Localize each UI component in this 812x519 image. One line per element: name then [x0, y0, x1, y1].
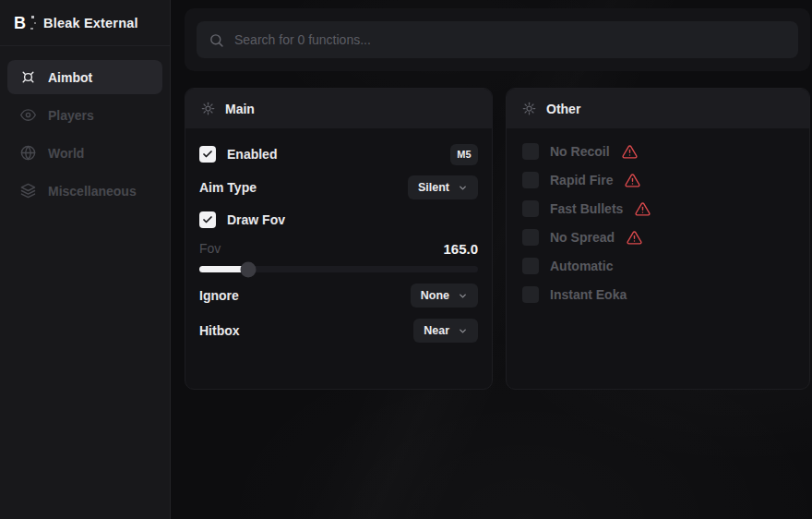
layers-icon — [20, 183, 36, 199]
hitbox-label: Hitbox — [199, 323, 240, 338]
content: Main Enabled M5 Aim Type Silent — [172, 0, 812, 519]
app-logo-icon: B — [14, 14, 31, 32]
draw-fov-checkbox-group[interactable]: Draw Fov — [199, 211, 285, 228]
no-recoil-row: No Recoil — [522, 143, 794, 160]
sidebar-item-players[interactable]: Players — [7, 98, 162, 132]
fov-slider-thumb[interactable] — [240, 261, 256, 277]
warning-icon — [635, 201, 651, 217]
hitbox-row: Hitbox Near — [199, 319, 478, 343]
fast-bullets-row: Fast Bullets — [522, 200, 794, 217]
gear-icon — [201, 102, 215, 115]
eye-icon — [20, 107, 36, 123]
warning-icon — [625, 173, 640, 188]
check-icon — [202, 214, 213, 225]
hitbox-value: Near — [424, 324, 449, 337]
search-panel — [185, 8, 810, 71]
other-panel-header: Other — [507, 89, 809, 128]
sidebar-nav: Aimbot Players World Miscellaneous — [0, 46, 170, 222]
fast-bullets-label: Fast Bullets — [550, 201, 623, 216]
enabled-checkbox[interactable] — [199, 146, 216, 163]
other-panel-title: Other — [546, 102, 580, 116]
sidebar-item-world[interactable]: World — [7, 136, 162, 170]
no-spread-checkbox[interactable] — [522, 229, 539, 246]
aim-type-row: Aim Type Silent — [199, 175, 478, 199]
rapid-fire-label: Rapid Fire — [550, 173, 613, 187]
check-icon — [202, 149, 213, 160]
ignore-value: None — [421, 289, 449, 302]
main-panel-body: Enabled M5 Aim Type Silent — [185, 128, 492, 343]
hitbox-dropdown[interactable]: Near — [413, 319, 478, 343]
search-icon — [209, 32, 224, 48]
automatic-label: Automatic — [550, 259, 613, 273]
fov-slider[interactable] — [199, 266, 478, 272]
globe-icon — [20, 145, 36, 161]
fov-label: Fov — [199, 241, 221, 256]
search-box[interactable] — [197, 21, 798, 58]
aim-type-label: Aim Type — [199, 180, 257, 195]
fast-bullets-checkbox[interactable] — [522, 200, 539, 217]
ignore-label: Ignore — [199, 288, 239, 303]
ignore-dropdown[interactable]: None — [411, 284, 478, 308]
sidebar: B Bleak External Aimbot Players World — [0, 0, 171, 519]
search-input[interactable] — [234, 32, 786, 47]
crosshair-icon — [20, 69, 36, 85]
sidebar-item-miscellaneous[interactable]: Miscellaneous — [7, 174, 162, 208]
chevron-down-icon — [458, 291, 468, 301]
chevron-down-icon — [458, 183, 468, 193]
gear-icon — [522, 102, 536, 115]
fov-row: Fov 165.0 — [199, 240, 478, 257]
sidebar-item-aimbot[interactable]: Aimbot — [7, 60, 162, 94]
draw-fov-label: Draw Fov — [227, 212, 285, 227]
main-panel: Main Enabled M5 Aim Type Silent — [185, 88, 493, 390]
sidebar-item-label: Players — [48, 108, 94, 123]
sidebar-item-label: World — [48, 146, 84, 161]
no-recoil-checkbox[interactable] — [522, 143, 539, 160]
sidebar-item-label: Miscellaneous — [48, 184, 137, 199]
no-recoil-label: No Recoil — [550, 144, 610, 159]
brand: B Bleak External — [0, 0, 170, 46]
app-window: B Bleak External Aimbot Players World — [0, 0, 812, 519]
automatic-checkbox[interactable] — [522, 258, 539, 274]
aim-type-dropdown[interactable]: Silent — [408, 175, 478, 199]
instant-eoka-row: Instant Eoka — [522, 286, 794, 303]
app-title: Bleak External — [43, 16, 138, 30]
enabled-keybind-button[interactable]: M5 — [450, 144, 478, 165]
fov-value: 165.0 — [443, 241, 478, 257]
chevron-down-icon — [458, 326, 468, 336]
main-panel-title: Main — [225, 102, 255, 116]
automatic-row: Automatic — [522, 258, 794, 274]
other-panel: Other No Recoil Rapid Fire Fast Bullets — [506, 88, 810, 390]
warning-icon — [627, 230, 642, 246]
instant-eoka-checkbox[interactable] — [522, 286, 539, 303]
ignore-row: Ignore None — [199, 284, 478, 308]
enabled-checkbox-group[interactable]: Enabled — [199, 146, 277, 163]
no-spread-row: No Spread — [522, 229, 794, 246]
no-spread-label: No Spread — [550, 230, 615, 245]
warning-icon — [622, 144, 638, 160]
rapid-fire-checkbox[interactable] — [522, 172, 539, 188]
draw-fov-checkbox[interactable] — [199, 211, 216, 228]
other-panel-body: No Recoil Rapid Fire Fast Bullets No Spr… — [507, 128, 809, 303]
aim-type-value: Silent — [418, 181, 449, 194]
draw-fov-row: Draw Fov — [199, 209, 478, 231]
instant-eoka-label: Instant Eoka — [550, 287, 627, 302]
enabled-row: Enabled M5 — [199, 143, 478, 165]
main-panel-header: Main — [185, 89, 492, 128]
sidebar-item-label: Aimbot — [48, 70, 92, 85]
enabled-label: Enabled — [227, 147, 277, 162]
rapid-fire-row: Rapid Fire — [522, 172, 794, 188]
